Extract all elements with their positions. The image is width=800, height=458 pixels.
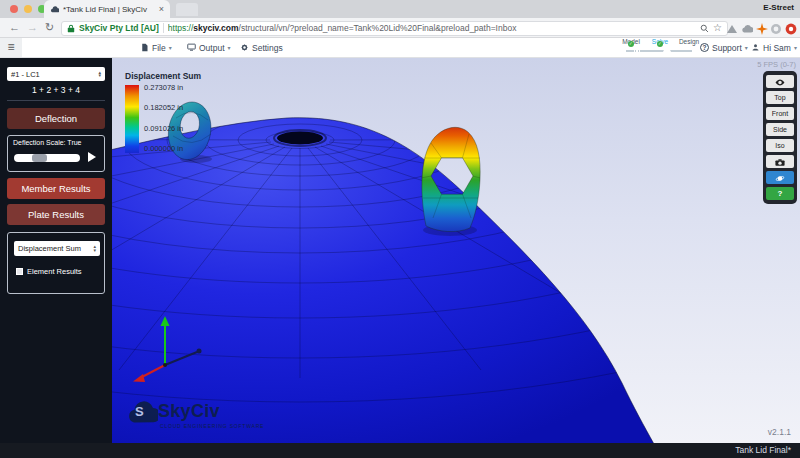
chevron-down-icon: ▾ <box>745 44 748 51</box>
user-menu-label: Hi Sam <box>763 43 791 53</box>
menubar-right-text: E-Street <box>763 3 794 12</box>
browser-window: *Tank Lid Final | SkyCiv × E-Street ← → … <box>0 0 800 458</box>
orbit-globe-icon <box>775 174 785 183</box>
chevron-down-icon: ▾ <box>169 44 172 51</box>
extension-cloud-icon[interactable] <box>740 21 753 34</box>
reload-icon[interactable]: ↻ <box>45 21 54 34</box>
app-version: v2.1.1 <box>768 427 791 437</box>
deflection-scale-row: Deflection Scale: True <box>13 139 82 146</box>
model-canvas[interactable]: 5 FPS (0-7) Displacement Sum 0.273078 in… <box>112 58 800 443</box>
user-menu[interactable]: Hi Sam ▾ <box>751 38 797 57</box>
tab-close-icon[interactable]: × <box>159 5 164 14</box>
gear-icon <box>240 43 249 52</box>
scene-3d[interactable] <box>112 58 800 443</box>
legend-labels: 0.273078 in 0.182052 in 0.091026 in 0.00… <box>144 83 183 153</box>
file-menu-label: File <box>152 43 166 53</box>
minimize-window-button[interactable] <box>24 5 32 13</box>
legend-label-max: 0.273078 in <box>144 83 183 92</box>
file-icon <box>140 43 149 52</box>
question-circle-icon: ? <box>700 43 709 52</box>
visibility-button[interactable] <box>766 75 794 88</box>
output-menu[interactable]: Output ▾ <box>187 38 231 57</box>
view-controls-panel: Top Front Side Iso ? <box>763 71 797 204</box>
eye-icon <box>775 78 785 87</box>
monitor-icon <box>187 43 196 52</box>
extension-record-icon[interactable] <box>784 21 797 34</box>
step-design[interactable]: Design <box>676 38 702 45</box>
help-button[interactable]: ? <box>766 187 794 200</box>
view-top-button[interactable]: Top <box>766 91 794 104</box>
deflection-scale-label: Deflection Scale: <box>13 139 66 146</box>
lock-icon <box>67 24 75 33</box>
security-label[interactable]: SkyCiv Pty Ltd [AU] <box>79 23 159 33</box>
extension-badge-icon[interactable] <box>769 21 782 34</box>
chevron-down-icon: ▾ <box>228 44 231 51</box>
file-menu[interactable]: File ▾ <box>140 38 172 57</box>
result-type-value: Displacement Sum <box>18 244 93 253</box>
legend-label-3: 0.091026 in <box>144 124 183 133</box>
camera-icon <box>775 158 785 167</box>
check-badge-icon: ✓ <box>657 41 663 47</box>
back-icon[interactable]: ← <box>9 21 20 33</box>
fps-counter: 5 FPS (0-7) <box>757 60 796 69</box>
close-window-button[interactable] <box>10 5 18 13</box>
load-case-select[interactable]: #1 - LC1 ▴▾ <box>7 67 105 81</box>
project-name: Tank Lid Final* <box>735 445 791 455</box>
slider-handle[interactable] <box>32 154 47 162</box>
sidebar-divider <box>7 100 105 101</box>
view-iso-button[interactable]: Iso <box>766 139 794 152</box>
support-menu[interactable]: ? Support ▾ <box>700 38 748 57</box>
deflection-scale-value: True <box>67 139 81 146</box>
extension-triangle-icon[interactable] <box>725 21 738 34</box>
extension-starburst-icon[interactable] <box>755 21 768 34</box>
new-tab-button[interactable] <box>176 3 198 16</box>
element-results-label: Element Results <box>27 267 82 276</box>
step-design-label: Design <box>676 39 702 45</box>
select-stepper-icon: ▴▾ <box>93 245 96 252</box>
deflection-scale-slider[interactable] <box>14 154 80 162</box>
url-separator <box>163 23 164 33</box>
results-sidebar: #1 - LC1 ▴▾ 1 + 2 + 3 + 4 Deflection Def… <box>0 58 112 443</box>
plate-results-button[interactable]: Plate Results <box>7 204 105 225</box>
settings-menu[interactable]: Settings <box>240 38 283 57</box>
deflection-scale-box: Deflection Scale: True <box>7 135 105 172</box>
legend-label-2: 0.182052 in <box>144 103 183 112</box>
hamburger-menu-icon[interactable]: ≡ <box>0 38 22 57</box>
person-icon <box>751 43 760 52</box>
load-case-value: #1 - LC1 <box>11 70 98 79</box>
tab-title: *Tank Lid Final | SkyCiv <box>63 5 155 14</box>
url-field[interactable]: SkyCiv Pty Ltd [AU] https://skyciv.com/s… <box>61 21 728 36</box>
url-path: /structural/vn/?preload_name=Tank%20Lid%… <box>239 23 517 33</box>
search-icon[interactable] <box>700 24 709 33</box>
watermark-brand: SkyCiv <box>158 401 220 422</box>
watermark-tagline: CLOUD ENGINEERING SOFTWARE <box>160 423 264 429</box>
play-animation-icon[interactable] <box>88 152 96 162</box>
select-stepper-icon: ▴▾ <box>98 71 101 78</box>
orbit-button[interactable] <box>766 171 794 184</box>
url-text: https://skyciv.com/structural/vn/?preloa… <box>168 23 696 33</box>
legend-title: Displacement Sum <box>125 71 201 81</box>
browser-tab[interactable]: *Tank Lid Final | SkyCiv × <box>44 0 170 18</box>
deflection-button[interactable]: Deflection <box>7 108 105 129</box>
dome-top-hole <box>274 130 326 146</box>
url-domain: skyciv.com <box>193 23 238 33</box>
step-solve[interactable]: Solve ✓ <box>647 38 673 45</box>
element-results-option[interactable]: Element Results <box>16 267 82 276</box>
view-front-button[interactable]: Front <box>766 107 794 120</box>
member-results-button[interactable]: Member Results <box>7 178 105 199</box>
bookmark-star-icon[interactable]: ☆ <box>713 23 722 33</box>
result-type-select[interactable]: Displacement Sum ▴▾ <box>14 241 100 256</box>
legend-color-bar <box>125 85 139 153</box>
view-side-button[interactable]: Side <box>766 123 794 136</box>
forward-icon[interactable]: → <box>27 21 38 33</box>
legend-label-min: 0.000000 in <box>144 144 183 153</box>
load-combination-label: 1 + 2 + 3 + 4 <box>0 85 112 95</box>
app-toolbar: ≡ File ▾ Output ▾ Settings Model ✓ Solve… <box>0 38 800 58</box>
screenshot-button[interactable] <box>766 155 794 168</box>
settings-menu-label: Settings <box>252 43 283 53</box>
chevron-down-icon: ▾ <box>794 44 797 51</box>
workflow-stepper: Model ✓ Solve ✓ Design <box>618 38 702 57</box>
element-results-checkbox[interactable] <box>16 268 23 275</box>
support-menu-label: Support <box>712 43 742 53</box>
step-model[interactable]: Model ✓ <box>618 38 644 45</box>
